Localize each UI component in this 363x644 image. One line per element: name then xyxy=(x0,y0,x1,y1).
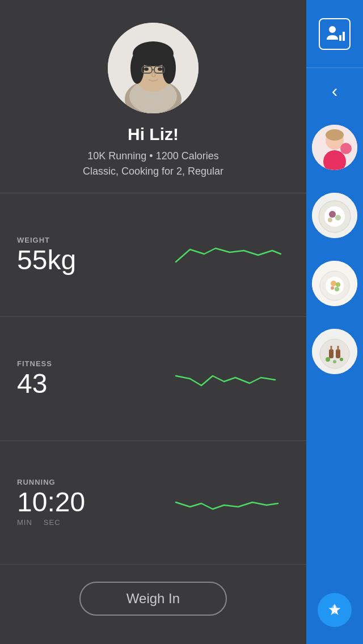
svg-point-35 xyxy=(320,339,349,368)
bottom-area: Weigh In xyxy=(0,565,306,644)
svg-point-41 xyxy=(340,358,343,361)
svg-rect-15 xyxy=(343,32,345,41)
running-chart xyxy=(170,485,284,519)
weight-stat-row: WEIGHT 55kg xyxy=(0,193,306,317)
sidebar-back-button[interactable]: ‹ xyxy=(306,68,363,113)
running-sublabels: MIN SEC xyxy=(17,518,96,527)
sidebar-img-circle-1 xyxy=(312,125,357,170)
running-chart-area xyxy=(96,482,289,522)
sidebar-top-button[interactable] xyxy=(306,0,363,68)
sidebar-bottom xyxy=(306,593,363,644)
stats-container: WEIGHT 55kg FITNESS 43 xyxy=(0,193,306,565)
svg-point-26 xyxy=(328,218,332,222)
running-stat-row: RUNNING 10:20 MIN SEC xyxy=(0,441,306,565)
sidebar-images xyxy=(306,113,363,593)
weigh-in-button[interactable]: Weigh In xyxy=(79,582,227,616)
svg-rect-14 xyxy=(339,35,341,41)
svg-point-40 xyxy=(326,357,330,362)
running-value: 10:20 xyxy=(17,489,96,516)
main-panel: Hi Liz! 10K Running • 1200 Calories Clas… xyxy=(0,0,306,644)
weight-value: 55kg xyxy=(17,247,96,274)
running-sec-label: SEC xyxy=(44,518,61,527)
fitness-label: FITNESS xyxy=(17,359,96,368)
back-arrow-icon: ‹ xyxy=(332,80,338,101)
fitness-chart xyxy=(170,362,284,396)
sidebar-image-1[interactable] xyxy=(306,113,363,181)
svg-point-42 xyxy=(333,360,336,363)
svg-point-20 xyxy=(340,143,352,154)
sidebar-image-2[interactable] xyxy=(306,181,363,249)
running-label: RUNNING xyxy=(17,478,96,486)
running-stat-text: RUNNING 10:20 MIN SEC xyxy=(17,478,96,527)
svg-rect-37 xyxy=(336,349,340,358)
profile-stats-icon-box xyxy=(319,18,351,50)
svg-point-19 xyxy=(326,129,344,141)
fitness-chart-area xyxy=(96,359,289,399)
svg-point-30 xyxy=(331,281,336,286)
sidebar-img-circle-4 xyxy=(312,329,357,374)
svg-point-32 xyxy=(331,286,334,290)
svg-point-13 xyxy=(329,26,336,33)
svg-point-8 xyxy=(144,67,149,71)
svg-rect-36 xyxy=(329,349,334,358)
user-greeting: Hi Liz! xyxy=(128,125,179,144)
weight-chart-area xyxy=(96,235,289,275)
avatar xyxy=(108,23,199,113)
svg-point-24 xyxy=(329,211,336,218)
weight-chart xyxy=(170,238,284,272)
svg-point-9 xyxy=(158,67,162,71)
user-meta-line1: 10K Running • 1200 Calories xyxy=(83,149,223,164)
sidebar-star-button[interactable] xyxy=(318,593,352,627)
sidebar: ‹ xyxy=(306,0,363,644)
fitness-stat-text: FITNESS 43 xyxy=(17,359,96,397)
profile-stats-icon xyxy=(324,24,345,44)
sidebar-img-circle-2 xyxy=(312,193,357,238)
svg-point-25 xyxy=(335,215,341,221)
sidebar-image-3[interactable] xyxy=(306,249,363,317)
svg-point-33 xyxy=(335,287,339,291)
fitness-value: 43 xyxy=(17,370,96,397)
star-icon xyxy=(327,602,343,618)
user-meta-line2: Classic, Cooking for 2, Regular xyxy=(83,164,223,179)
sidebar-image-4[interactable] xyxy=(306,317,363,385)
weight-stat-text: WEIGHT 55kg xyxy=(17,236,96,274)
svg-point-31 xyxy=(336,282,340,287)
fitness-stat-row: FITNESS 43 xyxy=(0,317,306,440)
sidebar-img-circle-3 xyxy=(312,261,357,306)
user-meta: 10K Running • 1200 Calories Classic, Coo… xyxy=(71,149,235,179)
weight-label: WEIGHT xyxy=(17,236,96,244)
running-min-label: MIN xyxy=(17,518,32,527)
